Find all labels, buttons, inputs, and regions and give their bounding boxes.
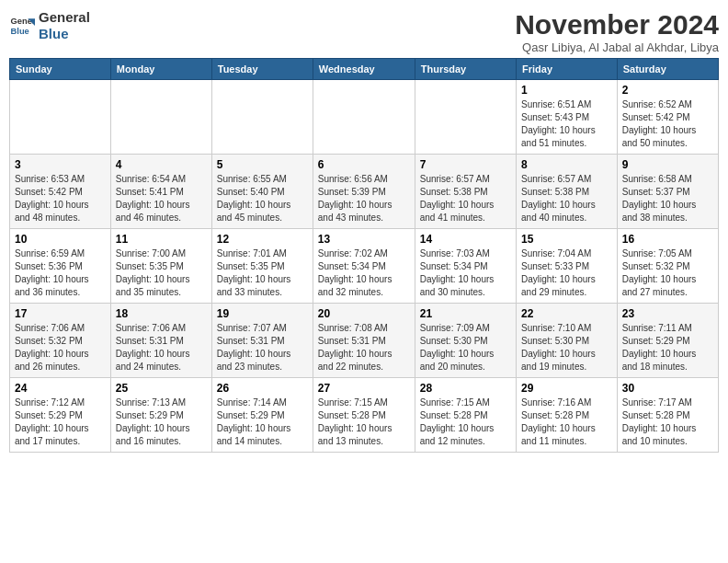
calendar-day-cell: 26Sunrise: 7:14 AM Sunset: 5:29 PM Dayli… xyxy=(211,378,313,453)
calendar-day-cell: 18Sunrise: 7:06 AM Sunset: 5:31 PM Dayli… xyxy=(110,304,211,378)
day-number: 15 xyxy=(521,233,612,246)
calendar-day-cell: 27Sunrise: 7:15 AM Sunset: 5:28 PM Dayli… xyxy=(313,378,415,453)
day-number: 30 xyxy=(622,382,713,395)
day-number: 12 xyxy=(217,233,308,246)
day-info: Sunrise: 7:16 AM Sunset: 5:28 PM Dayligh… xyxy=(521,396,612,448)
day-info: Sunrise: 7:15 AM Sunset: 5:28 PM Dayligh… xyxy=(420,396,511,448)
calendar-day-cell: 6Sunrise: 6:56 AM Sunset: 5:39 PM Daylig… xyxy=(313,155,415,229)
calendar-day-cell: 8Sunrise: 6:57 AM Sunset: 5:38 PM Daylig… xyxy=(517,155,618,229)
calendar-header-thursday: Thursday xyxy=(415,59,516,80)
calendar-header-wednesday: Wednesday xyxy=(313,59,415,80)
day-number: 7 xyxy=(420,158,511,171)
day-number: 14 xyxy=(420,233,511,246)
day-info: Sunrise: 7:15 AM Sunset: 5:28 PM Dayligh… xyxy=(318,396,410,448)
day-number: 19 xyxy=(217,307,308,320)
day-info: Sunrise: 6:53 AM Sunset: 5:42 PM Dayligh… xyxy=(15,173,106,224)
calendar-day-cell: 30Sunrise: 7:17 AM Sunset: 5:28 PM Dayli… xyxy=(617,378,718,453)
day-info: Sunrise: 7:10 AM Sunset: 5:30 PM Dayligh… xyxy=(521,322,612,373)
calendar-day-cell: 16Sunrise: 7:05 AM Sunset: 5:32 PM Dayli… xyxy=(617,229,718,304)
calendar-week-row: 3Sunrise: 6:53 AM Sunset: 5:42 PM Daylig… xyxy=(10,155,719,229)
calendar-day-cell: 13Sunrise: 7:02 AM Sunset: 5:34 PM Dayli… xyxy=(313,229,415,304)
logo-text: General Blue xyxy=(39,9,90,42)
calendar-header-friday: Friday xyxy=(517,59,618,80)
calendar-day-cell: 10Sunrise: 6:59 AM Sunset: 5:36 PM Dayli… xyxy=(10,229,111,304)
calendar-week-row: 24Sunrise: 7:12 AM Sunset: 5:29 PM Dayli… xyxy=(10,378,719,453)
day-info: Sunrise: 7:06 AM Sunset: 5:31 PM Dayligh… xyxy=(116,322,207,373)
calendar-day-cell: 9Sunrise: 6:58 AM Sunset: 5:37 PM Daylig… xyxy=(617,155,718,229)
day-number: 10 xyxy=(15,233,106,246)
day-info: Sunrise: 6:54 AM Sunset: 5:41 PM Dayligh… xyxy=(116,173,207,224)
day-number: 26 xyxy=(217,382,308,395)
day-number: 11 xyxy=(116,233,207,246)
day-info: Sunrise: 7:01 AM Sunset: 5:35 PM Dayligh… xyxy=(217,247,308,299)
day-number: 25 xyxy=(116,382,207,395)
day-info: Sunrise: 7:13 AM Sunset: 5:29 PM Dayligh… xyxy=(116,396,207,448)
month-title: November 2024 xyxy=(515,9,719,40)
day-number: 8 xyxy=(521,158,612,171)
calendar-day-cell: 2Sunrise: 6:52 AM Sunset: 5:42 PM Daylig… xyxy=(617,80,718,155)
day-info: Sunrise: 6:55 AM Sunset: 5:40 PM Dayligh… xyxy=(217,173,308,224)
day-info: Sunrise: 6:59 AM Sunset: 5:36 PM Dayligh… xyxy=(15,247,106,299)
calendar-day-cell xyxy=(10,80,111,155)
calendar-header-sunday: Sunday xyxy=(10,59,111,80)
calendar-day-cell: 15Sunrise: 7:04 AM Sunset: 5:33 PM Dayli… xyxy=(517,229,618,304)
day-number: 4 xyxy=(116,158,207,171)
calendar-week-row: 17Sunrise: 7:06 AM Sunset: 5:32 PM Dayli… xyxy=(10,304,719,378)
calendar-day-cell: 19Sunrise: 7:07 AM Sunset: 5:31 PM Dayli… xyxy=(211,304,313,378)
location-subtitle: Qasr Libiya, Al Jabal al Akhdar, Libya xyxy=(515,40,719,54)
calendar-header-monday: Monday xyxy=(110,59,211,80)
calendar-day-cell: 14Sunrise: 7:03 AM Sunset: 5:34 PM Dayli… xyxy=(415,229,516,304)
calendar-day-cell xyxy=(313,80,415,155)
day-info: Sunrise: 7:00 AM Sunset: 5:35 PM Dayligh… xyxy=(116,247,207,299)
day-info: Sunrise: 7:09 AM Sunset: 5:30 PM Dayligh… xyxy=(420,322,511,373)
calendar-week-row: 1Sunrise: 6:51 AM Sunset: 5:43 PM Daylig… xyxy=(10,80,719,155)
day-info: Sunrise: 7:05 AM Sunset: 5:32 PM Dayligh… xyxy=(622,247,713,299)
calendar-day-cell: 20Sunrise: 7:08 AM Sunset: 5:31 PM Dayli… xyxy=(313,304,415,378)
calendar-day-cell: 22Sunrise: 7:10 AM Sunset: 5:30 PM Dayli… xyxy=(517,304,618,378)
day-info: Sunrise: 7:14 AM Sunset: 5:29 PM Dayligh… xyxy=(217,396,308,448)
calendar-day-cell xyxy=(211,80,313,155)
calendar-day-cell: 23Sunrise: 7:11 AM Sunset: 5:29 PM Dayli… xyxy=(617,304,718,378)
day-number: 24 xyxy=(15,382,106,395)
calendar-day-cell xyxy=(110,80,211,155)
title-block: November 2024 Qasr Libiya, Al Jabal al A… xyxy=(515,9,719,54)
day-info: Sunrise: 6:52 AM Sunset: 5:42 PM Dayligh… xyxy=(622,98,713,150)
calendar-day-cell: 4Sunrise: 6:54 AM Sunset: 5:41 PM Daylig… xyxy=(110,155,211,229)
day-number: 20 xyxy=(318,307,410,320)
logo-icon: General Blue xyxy=(9,13,35,39)
calendar-day-cell: 1Sunrise: 6:51 AM Sunset: 5:43 PM Daylig… xyxy=(517,80,618,155)
day-number: 27 xyxy=(318,382,410,395)
page-header: General Blue General Blue November 2024 … xyxy=(9,9,719,54)
calendar-day-cell: 5Sunrise: 6:55 AM Sunset: 5:40 PM Daylig… xyxy=(211,155,313,229)
calendar-day-cell: 7Sunrise: 6:57 AM Sunset: 5:38 PM Daylig… xyxy=(415,155,516,229)
calendar-body: 1Sunrise: 6:51 AM Sunset: 5:43 PM Daylig… xyxy=(10,80,719,453)
day-number: 18 xyxy=(116,307,207,320)
calendar-week-row: 10Sunrise: 6:59 AM Sunset: 5:36 PM Dayli… xyxy=(10,229,719,304)
day-number: 16 xyxy=(622,233,713,246)
calendar-day-cell: 11Sunrise: 7:00 AM Sunset: 5:35 PM Dayli… xyxy=(110,229,211,304)
day-number: 17 xyxy=(15,307,106,320)
calendar-table: SundayMondayTuesdayWednesdayThursdayFrid… xyxy=(9,58,719,453)
calendar-day-cell: 12Sunrise: 7:01 AM Sunset: 5:35 PM Dayli… xyxy=(211,229,313,304)
day-info: Sunrise: 7:04 AM Sunset: 5:33 PM Dayligh… xyxy=(521,247,612,299)
svg-text:Blue: Blue xyxy=(11,27,29,36)
day-number: 21 xyxy=(420,307,511,320)
day-number: 22 xyxy=(521,307,612,320)
logo: General Blue General Blue xyxy=(9,9,90,42)
day-info: Sunrise: 7:12 AM Sunset: 5:29 PM Dayligh… xyxy=(15,396,106,448)
calendar-header-tuesday: Tuesday xyxy=(211,59,313,80)
day-info: Sunrise: 6:51 AM Sunset: 5:43 PM Dayligh… xyxy=(521,98,612,150)
day-number: 28 xyxy=(420,382,511,395)
day-info: Sunrise: 6:57 AM Sunset: 5:38 PM Dayligh… xyxy=(521,173,612,224)
day-info: Sunrise: 7:03 AM Sunset: 5:34 PM Dayligh… xyxy=(420,247,511,299)
calendar-day-cell xyxy=(415,80,516,155)
day-info: Sunrise: 7:11 AM Sunset: 5:29 PM Dayligh… xyxy=(622,322,713,373)
day-info: Sunrise: 6:57 AM Sunset: 5:38 PM Dayligh… xyxy=(420,173,511,224)
day-info: Sunrise: 7:02 AM Sunset: 5:34 PM Dayligh… xyxy=(318,247,410,299)
calendar-day-cell: 29Sunrise: 7:16 AM Sunset: 5:28 PM Dayli… xyxy=(517,378,618,453)
day-number: 29 xyxy=(521,382,612,395)
calendar-day-cell: 24Sunrise: 7:12 AM Sunset: 5:29 PM Dayli… xyxy=(10,378,111,453)
day-number: 5 xyxy=(217,158,308,171)
calendar-day-cell: 21Sunrise: 7:09 AM Sunset: 5:30 PM Dayli… xyxy=(415,304,516,378)
day-number: 3 xyxy=(15,158,106,171)
